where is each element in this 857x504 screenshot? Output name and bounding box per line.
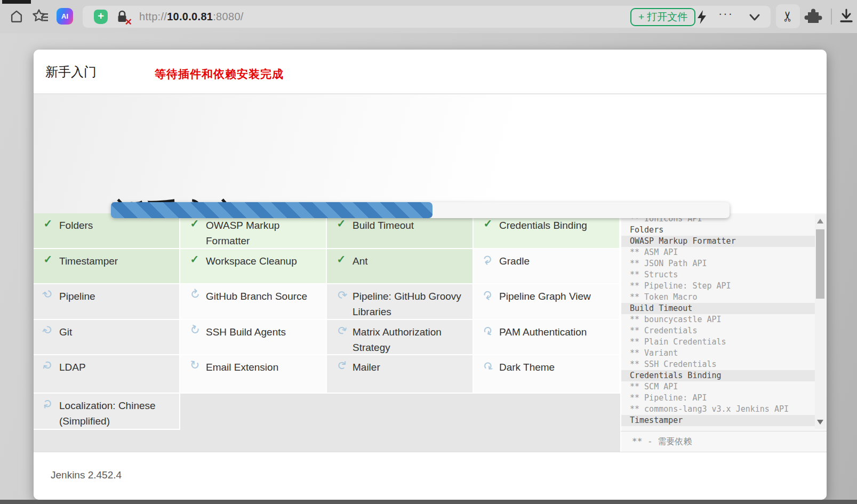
plugin-cell: ✓Folders [34, 213, 180, 249]
log-rows: ** Ionicons APIFoldersOWASP Markup Forma… [621, 213, 827, 426]
log-row: Folders [621, 225, 815, 236]
chevron-down-icon[interactable] [747, 10, 762, 25]
plugin-label: Gradle [499, 253, 612, 269]
address-bar[interactable]: + ✕ http://10.0.0.81:8080/ + 打开文件 ··· [83, 6, 771, 28]
hero-section: 新手入门 [34, 94, 827, 213]
log-row: Build Timeout [621, 303, 815, 314]
log-row: ** Plain Credentials [621, 337, 815, 348]
plugin-cell: ✓Workspace Cleanup [180, 249, 327, 284]
dependency-legend: ** - 需要依赖 [620, 431, 827, 452]
plugin-label: LDAP [59, 359, 172, 375]
screenshot-scissors-button[interactable]: ✂ [776, 4, 800, 28]
log-row: ** Credentials [621, 325, 815, 337]
open-file-button[interactable]: + 打开文件 [630, 8, 695, 26]
wizard-footer: Jenkins 2.452.4 [34, 452, 827, 500]
wizard-title: 新手入门 [45, 63, 97, 81]
check-icon: ✓ [42, 217, 54, 230]
plugin-cell: ↻Email Extension [180, 355, 327, 394]
blocked-x-mark: ✕ [125, 19, 132, 26]
spinner-icon: ↻ [39, 285, 57, 303]
jenkins-version: Jenkins 2.452.4 [51, 469, 122, 481]
spinner-icon: ↻ [479, 285, 496, 303]
plugin-label: Matrix Authorization Strategy [353, 324, 465, 355]
spinner-icon: ↻ [481, 358, 495, 372]
spinner-icon: ↻ [480, 322, 495, 338]
url-path: / [241, 11, 244, 22]
plugin-cell: ✓OWASP Markup Formatter [180, 213, 327, 249]
log-row: ** Pipeline: Step API [621, 281, 815, 292]
plugin-label: Email Extension [206, 359, 318, 375]
empty-cell [327, 394, 474, 430]
plugin-cell: ↻Git [34, 320, 180, 355]
insecure-lock-icon[interactable]: ✕ [116, 10, 131, 25]
plugin-cell: ↻LDAP [34, 355, 180, 394]
url-host: 10.0.0.81 [167, 11, 213, 22]
spinner-icon: ↻ [188, 358, 202, 372]
url-port: :8080 [213, 11, 241, 22]
more-options-icon[interactable]: ··· [718, 7, 733, 21]
url-scheme: http:// [139, 11, 167, 22]
log-row: ** SCM API [621, 381, 815, 393]
plugin-cell: ✓Ant [327, 249, 474, 284]
browser-toolbar: AI + ✕ http://10.0.0.81:8080/ + 打开文件 ···… [0, 0, 857, 33]
plugin-label: Ant [353, 253, 465, 269]
toolbar-divider [831, 9, 832, 25]
log-row: ** ASM API [621, 247, 815, 258]
check-icon: ✓ [188, 217, 201, 230]
plugin-cell: ↻Matrix Authorization Strategy [327, 320, 474, 355]
plugin-label: Build Timeout [353, 218, 465, 233]
plugin-cell: ↻Pipeline Graph View [474, 284, 620, 320]
ai-extension-icon[interactable]: AI [57, 8, 73, 25]
plugin-cell: ↻Gradle [474, 249, 620, 284]
empty-cell [180, 394, 327, 430]
lightning-icon[interactable] [695, 9, 709, 25]
install-progress-bar [111, 202, 730, 218]
window-bottom-edge [0, 500, 857, 504]
extensions-puzzle-icon[interactable] [804, 7, 822, 26]
check-icon: ✓ [42, 253, 54, 266]
plugin-label: OWASP Markup Formatter [206, 218, 318, 249]
plugin-label: Mailer [353, 359, 465, 375]
plugin-label: SSH Build Agents [206, 324, 318, 340]
check-icon: ✓ [188, 253, 201, 266]
install-log-panel[interactable]: ** Ionicons APIFoldersOWASP Markup Forma… [620, 213, 827, 431]
plugin-label: Dark Theme [499, 359, 612, 375]
install-wait-notice: 等待插件和依赖安装完成 [155, 67, 284, 82]
plugin-cell: ↻Pipeline [34, 284, 180, 320]
plugin-cell: ↻SSH Build Agents [180, 320, 327, 355]
log-scrollbar[interactable] [815, 214, 826, 429]
plugin-cell: ↻Pipeline: GitHub Groovy Libraries [327, 284, 474, 320]
spinner-icon: ↻ [41, 396, 55, 411]
plugin-label: Pipeline: GitHub Groovy Libraries [353, 289, 465, 319]
log-row: ** Token Macro [621, 292, 815, 303]
plugin-label: Localization: Chinese (Simplified) [59, 398, 172, 429]
plugin-cell: ↻Mailer [327, 355, 474, 394]
check-icon: ✓ [335, 253, 348, 266]
spinner-icon: ↻ [186, 285, 204, 303]
plugin-label: Git [59, 324, 172, 340]
log-row: ** JSON Path API [621, 258, 815, 269]
scroll-down-arrow-icon[interactable] [817, 420, 823, 425]
check-icon: ✓ [482, 217, 494, 230]
url-text[interactable]: http://10.0.0.81:8080/ [139, 11, 244, 23]
plugin-grid: ✓Folders✓OWASP Markup Formatter✓Build Ti… [34, 213, 620, 430]
plugin-cell: ↻GitHub Branch Source [180, 284, 327, 320]
plugin-label: Pipeline Graph View [499, 289, 612, 304]
log-row: ** SSH Credentials [621, 359, 815, 370]
spinner-icon: ↻ [39, 322, 57, 339]
download-icon[interactable] [837, 7, 855, 26]
favorites-list-icon[interactable] [31, 8, 50, 25]
plugin-cell: ✓Credentials Binding [474, 213, 620, 249]
log-row: ** bouncycastle API [621, 314, 815, 325]
spinner-icon: ↻ [333, 322, 350, 339]
adblock-shield-icon[interactable]: + [94, 10, 108, 24]
empty-cell [474, 394, 620, 430]
scroll-up-arrow-icon[interactable] [817, 219, 823, 223]
plugin-cell: ↻Dark Theme [474, 355, 620, 394]
scrollbar-thumb[interactable] [816, 229, 824, 299]
home-icon[interactable] [9, 8, 25, 25]
wizard-header: 新手入门 等待插件和依赖安装完成 [34, 50, 827, 94]
plugin-label: Credentials Binding [499, 218, 612, 233]
scissors-icon: ✂ [780, 11, 796, 22]
plugin-cell: ✓Build Timeout [327, 213, 474, 249]
